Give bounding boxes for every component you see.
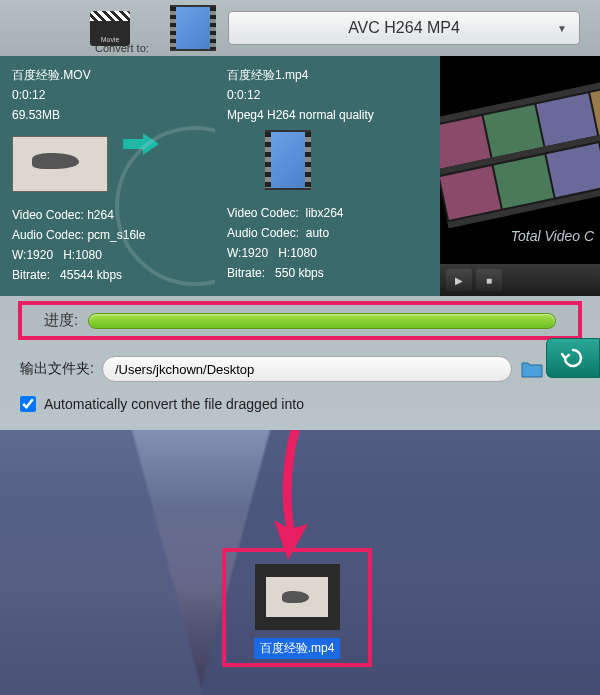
destination-filename: 百度经验1.mp4 <box>227 66 428 84</box>
preview-image <box>450 86 600 226</box>
player-controls: ▶ ■ <box>440 264 600 296</box>
destination-video-codec: Video Codec: libx264 <box>227 204 428 222</box>
progress-row: 进度: <box>18 301 582 340</box>
annotation-arrow-icon <box>266 430 326 566</box>
source-video-codec: Video Codec: h264 <box>12 206 203 224</box>
revert-button[interactable] <box>546 338 600 378</box>
header-bar: Movie Convert to: AVC H264 MP4 ▼ <box>0 0 600 56</box>
play-button[interactable]: ▶ <box>446 269 472 291</box>
destination-duration: 0:0:12 <box>227 86 428 104</box>
preview-title: Total Video C <box>511 228 594 244</box>
destination-quality: Mpeg4 H264 normal quality <box>227 106 428 124</box>
output-folder-label: 输出文件夹: <box>20 360 94 378</box>
folder-open-icon <box>520 359 544 379</box>
format-dropdown[interactable]: AVC H264 MP4 ▼ <box>228 11 580 45</box>
source-panel: 百度经验.MOV 0:0:12 69.53MB Video Codec: h26… <box>0 56 215 296</box>
open-folder-button[interactable] <box>518 357 546 381</box>
auto-convert-checkbox[interactable] <box>20 396 36 412</box>
film-format-icon <box>170 5 216 51</box>
desktop-background[interactable]: 百度经验.mp4 <box>0 430 600 695</box>
convert-to-label: Convert to: <box>95 42 149 54</box>
file-thumbnail-icon <box>255 564 340 630</box>
source-bitrate: Bitrate: 45544 kbps <box>12 266 203 284</box>
source-audio-codec: Audio Codec: pcm_s16le <box>12 226 203 244</box>
format-selected-text: AVC H264 MP4 <box>348 19 460 37</box>
output-path-input[interactable] <box>102 356 512 382</box>
destination-bitrate: Bitrate: 550 kbps <box>227 264 428 282</box>
progress-bar <box>88 313 556 329</box>
output-row: 输出文件夹: <box>0 350 600 388</box>
arrow-right-icon <box>123 131 159 162</box>
seek-slider[interactable] <box>510 278 590 282</box>
source-filesize: 69.53MB <box>12 106 203 124</box>
undo-icon <box>559 346 587 370</box>
movie-clapper-icon[interactable]: Movie <box>90 11 130 46</box>
converter-app-window: Movie Convert to: AVC H264 MP4 ▼ 百度经验.MO… <box>0 0 600 430</box>
progress-label: 进度: <box>44 311 78 330</box>
destination-audio-codec: Audio Codec: auto <box>227 224 428 242</box>
auto-convert-label: Automatically convert the file dragged i… <box>44 396 304 412</box>
preview-panel: Total Video C ▶ ■ <box>440 56 600 296</box>
source-filename: 百度经验.MOV <box>12 66 203 84</box>
stop-button[interactable]: ■ <box>476 269 502 291</box>
desktop-output-file[interactable]: 百度经验.mp4 <box>222 548 372 667</box>
destination-dimensions: W:1920 H:1080 <box>227 244 428 262</box>
destination-format-icon <box>265 130 311 190</box>
chevron-down-icon: ▼ <box>557 23 567 34</box>
file-name-label: 百度经验.mp4 <box>254 638 341 659</box>
source-duration: 0:0:12 <box>12 86 203 104</box>
source-thumbnail <box>12 136 108 192</box>
conversion-area: 百度经验.MOV 0:0:12 69.53MB Video Codec: h26… <box>0 56 600 296</box>
destination-panel: 百度经验1.mp4 0:0:12 Mpeg4 H264 normal quali… <box>215 56 440 296</box>
source-dimensions: W:1920 H:1080 <box>12 246 203 264</box>
auto-convert-row: Automatically convert the file dragged i… <box>0 388 600 420</box>
